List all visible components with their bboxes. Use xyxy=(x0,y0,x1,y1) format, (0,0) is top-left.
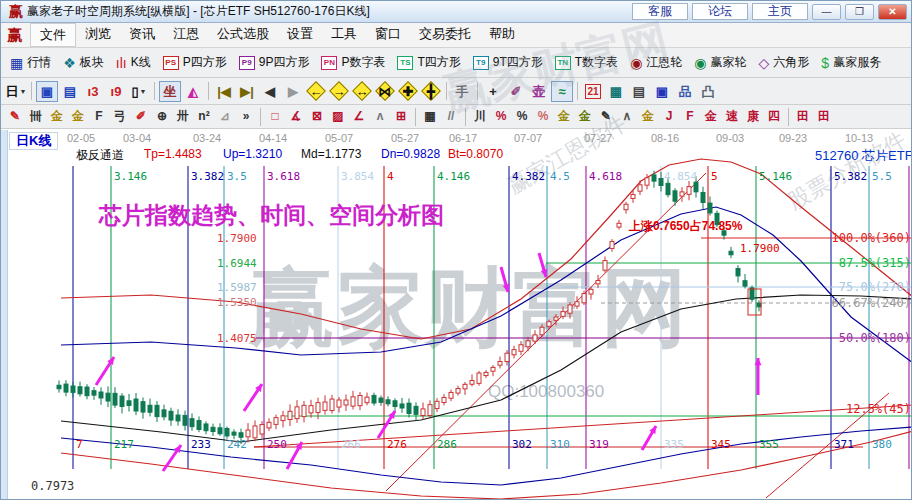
pct-icon[interactable]: % xyxy=(512,107,532,126)
minutes-3-icon[interactable]: ı3 xyxy=(82,81,104,102)
maximize-button[interactable]: ❐ xyxy=(845,4,874,20)
last-page-button[interactable]: ▶| xyxy=(236,81,258,102)
f-angle-icon[interactable]: F xyxy=(680,107,700,126)
customer-service-button[interactable]: 客服 xyxy=(632,3,688,20)
md-band-curve xyxy=(61,295,912,442)
candle-body xyxy=(155,405,159,416)
quotes-button[interactable]: ▦行情 xyxy=(5,52,56,73)
zoom-full-button[interactable]: ╋ xyxy=(420,81,442,102)
main-chart-icon[interactable]: ▣ xyxy=(36,81,58,102)
sectors-button[interactable]: ❖板块 xyxy=(58,52,109,73)
gold-circle-icon[interactable]: 金 xyxy=(554,107,574,126)
box-diag-tool-icon[interactable]: ▨ xyxy=(328,107,348,126)
t-square-button[interactable]: TST四方形 xyxy=(392,52,465,73)
shrink-h-button[interactable]: ⋈ xyxy=(374,81,396,102)
info-list-icon[interactable]: ▤ xyxy=(59,81,81,102)
dense-grid-icon[interactable]: ▦ xyxy=(420,107,440,126)
menu-item-9[interactable]: 帮助 xyxy=(480,23,524,47)
comb-icon[interactable]: 卌 xyxy=(26,107,46,126)
menu-item-5[interactable]: 设置 xyxy=(278,23,322,47)
gold-comb-icon[interactable]: 金 xyxy=(47,107,67,126)
prev-button[interactable]: ◀ xyxy=(259,81,281,102)
menu-item-8[interactable]: 交易委托 xyxy=(410,23,480,47)
flag-icon[interactable]: ⊿ xyxy=(215,107,235,126)
j-angle-icon[interactable]: J xyxy=(659,107,679,126)
crosshair-icon[interactable]: + xyxy=(482,81,504,102)
zoom-all-button[interactable]: ✚ xyxy=(397,81,419,102)
pan-hand-icon[interactable]: 手 xyxy=(451,81,473,102)
save-icon[interactable]: ▣ xyxy=(651,81,673,102)
clock-comb-icon[interactable]: ⊕ xyxy=(152,107,172,126)
gann-brush-icon[interactable]: ✎ xyxy=(5,107,25,126)
speed-angle-icon[interactable]: 速 xyxy=(722,107,742,126)
hook-comb-icon[interactable]: 弓 xyxy=(110,107,130,126)
f-comb-icon[interactable]: F xyxy=(89,107,109,126)
next-button[interactable]: ▶ xyxy=(282,81,304,102)
calculator-icon[interactable]: ▦ xyxy=(605,81,627,102)
gann-coord-icon[interactable]: 坐 xyxy=(159,81,181,102)
pattern-tool-icon[interactable]: 壶 xyxy=(528,81,550,102)
more-tools-button[interactable]: » xyxy=(236,107,256,126)
menu-item-7[interactable]: 窗口 xyxy=(366,23,410,47)
computer-icon[interactable]: 凸 xyxy=(697,81,719,102)
p-square-button[interactable]: PSP四方形 xyxy=(158,52,232,73)
color-chart-icon[interactable]: ◭ xyxy=(182,81,204,102)
period-day-button[interactable]: 日▼ xyxy=(5,81,27,102)
kline-button[interactable]: ılıK线 xyxy=(111,52,156,73)
step-tool-icon[interactable]: 川 xyxy=(470,107,490,126)
gold-underline-icon[interactable]: 金 xyxy=(638,107,658,126)
n2-comb-icon[interactable]: n² xyxy=(194,107,214,126)
box-fan-tool-icon[interactable]: ⊠ xyxy=(307,107,327,126)
9t-square-button[interactable]: T99T四方形 xyxy=(468,52,548,73)
network-icon[interactable]: 品 xyxy=(674,81,696,102)
indicator-value: Bt=0.8070 xyxy=(448,147,503,161)
hexagon-button[interactable]: ◇六角形 xyxy=(754,52,815,73)
winner-wheel-button[interactable]: ◉赢家轮 xyxy=(689,52,751,73)
gold-grid-icon[interactable]: 田 xyxy=(793,107,813,126)
picker-icon[interactable]: ✐ xyxy=(505,81,527,102)
quad-angle-icon-glyph: 四 xyxy=(768,110,780,123)
candle-style-button[interactable]: ▯▼ xyxy=(128,81,150,102)
candle-body xyxy=(120,396,124,406)
plain-comb-icon[interactable]: 卅 xyxy=(173,107,193,126)
minutes-9-icon[interactable]: ı9 xyxy=(105,81,127,102)
first-page-button[interactable]: |◀ xyxy=(213,81,235,102)
menu-item-4[interactable]: 公式选股 xyxy=(208,23,278,47)
forum-button[interactable]: 论坛 xyxy=(692,3,748,20)
quad-angle-icon[interactable]: 四 xyxy=(764,107,784,126)
zigzag-tool-icon[interactable]: ʌ xyxy=(370,107,390,126)
angle-tool-icon[interactable]: ∠ xyxy=(349,107,369,126)
memo-icon[interactable]: ▤ xyxy=(628,81,650,102)
gold-comb-2-icon[interactable]: 金 xyxy=(68,107,88,126)
calendar-21-icon[interactable]: 21 xyxy=(582,81,604,102)
menu-item-0[interactable]: 文件 xyxy=(30,23,76,47)
menu-item-2[interactable]: 资讯 xyxy=(120,23,164,47)
homepage-button[interactable]: 主页 xyxy=(752,3,808,20)
t-table-button[interactable]: TNT数字表 xyxy=(550,52,623,73)
move-right-button[interactable]: → xyxy=(328,81,350,102)
ruler-brush-icon[interactable]: ✐ xyxy=(131,107,151,126)
wave-tool-icon[interactable]: ≈ xyxy=(551,81,573,102)
9p-square-button[interactable]: P99P四方形 xyxy=(234,52,315,73)
close-button[interactable]: ✕ xyxy=(878,4,907,20)
p-table-button[interactable]: PNP数字表 xyxy=(316,52,390,73)
pct-slope-icon[interactable]: % xyxy=(491,107,511,126)
chart-area[interactable]: 日K线 赢家财富网 赢家江恩软件 股票分析软件 QQ:100800360 02-… xyxy=(1,130,912,500)
kang-angle-icon[interactable]: 康 xyxy=(743,107,763,126)
minimize-button[interactable]: — xyxy=(812,4,841,20)
gold-grid-2-icon[interactable]: 田 xyxy=(814,107,834,126)
fan-tool-icon[interactable]: ∡ xyxy=(286,107,306,126)
winner-service-button[interactable]: $赢家服务 xyxy=(816,52,886,73)
box-tool-icon[interactable]: □ xyxy=(265,107,285,126)
slash-lines-icon[interactable]: // xyxy=(441,107,461,126)
move-left-button[interactable]: ← xyxy=(305,81,327,102)
menu-item-1[interactable]: 浏览 xyxy=(76,23,120,47)
date-label: 05-07 xyxy=(325,132,353,144)
menu-item-3[interactable]: 江恩 xyxy=(164,23,208,47)
gold-angle-icon[interactable]: 金 xyxy=(701,107,721,126)
expand-h-button[interactable]: ↔ xyxy=(351,81,373,102)
gann-wheel-button[interactable]: ◉江恩轮 xyxy=(625,52,687,73)
pct-line-icon[interactable]: % xyxy=(533,107,553,126)
menu-item-6[interactable]: 工具 xyxy=(322,23,366,47)
red-grid-tool-icon[interactable]: ⊞ xyxy=(391,107,411,126)
